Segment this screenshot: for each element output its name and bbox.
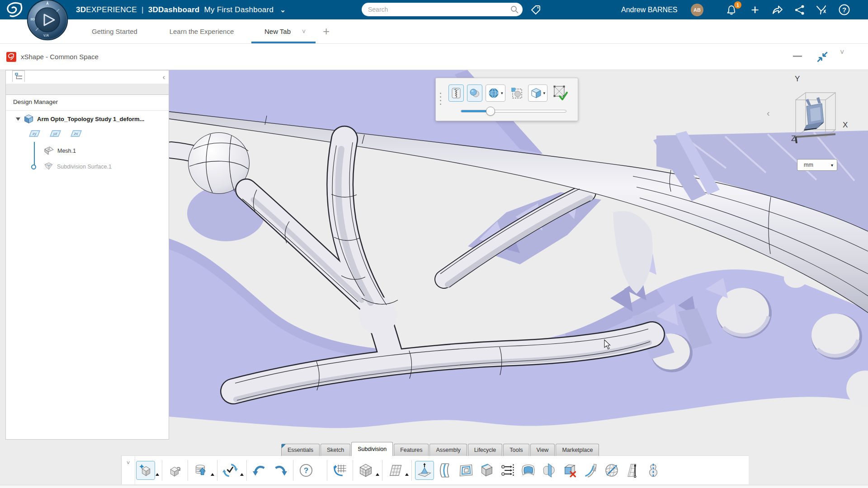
brand-separator: | [142,5,144,14]
symmetry-button[interactable] [644,461,663,480]
subdivision-surface-icon [43,161,54,172]
transform-sphere-button[interactable] [602,461,621,480]
svg-text:?: ? [304,466,308,475]
tab-new-tab[interactable]: New Tab [259,19,297,43]
tab-dropdown-icon[interactable]: ˅ [302,19,306,43]
plane-yz-icon[interactable]: yz [48,128,62,139]
platform-title: 3DEXPERIENCE | 3DDashboard My First Dash… [76,0,286,19]
context-toolbar: ▾ ▾ [435,78,578,121]
cube-mode-group[interactable]: ▾ [528,84,548,102]
tree-connector-dot[interactable] [31,164,36,169]
swym-community-icon[interactable] [811,0,832,19]
plane-primitive-flyout[interactable] [405,473,409,476]
refresh-flyout[interactable] [240,473,244,476]
view-cube-model [804,97,824,131]
top-bar: 3DEXPERIENCE | 3DDashboard My First Dash… [0,0,868,19]
open-button[interactable] [165,461,184,480]
dashboard-dropdown-icon[interactable]: ⌄ [280,6,286,14]
subdivision-level-slider[interactable] [461,110,566,113]
plane-primitive-button[interactable] [386,461,405,480]
tree-item-mesh[interactable]: Mesh.1 [44,145,76,156]
slider-thumb[interactable] [486,107,495,116]
app-name: Dashboard [158,5,200,14]
actiontab-marketplace[interactable]: Marketplace [556,444,599,456]
search-box[interactable] [362,3,523,16]
dropdown-arrow-icon[interactable]: ▾ [501,91,503,95]
tree-item-subdivision-surface[interactable]: Subdivision Surface.1 [43,161,112,172]
tree-expand-caret[interactable] [16,117,20,121]
share-icon[interactable] [767,0,788,19]
sphere-mode-group[interactable]: ▾ [486,84,505,102]
window-restore-icon[interactable] [816,51,828,63]
add-content-icon[interactable]: + [745,0,765,19]
compass-3d-label[interactable]: 3D [30,17,35,21]
axis-y-label: Y [795,75,800,84]
actiontab-essentials[interactable]: Essentials [281,444,320,456]
select-subdivision-icon[interactable] [509,84,525,102]
actiontab-view[interactable]: View [530,444,555,456]
app-window-header: xShape - Common Space ˅ [0,44,868,70]
help-button[interactable]: ? [297,461,316,480]
delete-face-button[interactable] [561,461,580,480]
search-icon[interactable] [510,5,519,14]
design-manager-panel: ‹ Design Manager Arm Opto_Topology Study… [5,70,169,440]
save-button[interactable] [191,461,210,480]
panel-collapse-icon[interactable]: ‹ [163,73,165,81]
panel-title: Design Manager [13,99,58,105]
toolbar-collapse-icon[interactable]: ˅ [122,456,135,485]
dashboard-name[interactable]: My First Dashboard [204,5,274,14]
plane-xy-icon[interactable]: xy [28,128,41,139]
search-input[interactable] [362,3,523,16]
box-primitive-flyout[interactable] [376,473,379,476]
actiontab-lifecycle[interactable]: Lifecycle [468,444,503,456]
align-nodes-button[interactable] [498,461,517,480]
dropdown-arrow-icon[interactable]: ▾ [543,91,546,95]
xshape-app-icon [6,52,16,62]
project-button[interactable] [623,461,642,480]
compass-vr-label[interactable]: V.R [43,33,49,38]
window-minimize-icon[interactable] [793,56,802,57]
actiontab-subdivision[interactable]: Subdivision [351,442,393,456]
ok-confirm-icon[interactable] [551,84,570,102]
tab-learn-the-experience[interactable]: Learn the Experience [163,19,241,43]
tag-icon[interactable] [528,0,543,19]
3dexperience-compass[interactable]: 3D V.R [27,0,68,41]
window-dropdown-icon[interactable]: ˅ [840,48,844,56]
actiontab-sketch[interactable]: Sketch [321,444,350,456]
avatar[interactable]: AB [691,4,703,16]
3d-viewport[interactable] [169,70,868,488]
design-tree-tab[interactable] [12,70,25,82]
viewcube-collapse-icon[interactable]: ‹ [767,108,770,118]
toolbar-grip-handle[interactable] [440,93,441,105]
user-name[interactable]: Andrew BARNES [621,0,678,19]
tab-getting-started[interactable]: Getting Started [87,19,142,43]
plane-zx-icon[interactable]: zx [69,128,83,139]
actiontab-features[interactable]: Features [394,444,429,456]
box-primitive-button[interactable] [356,461,375,480]
units-dropdown[interactable]: mm ▾ [797,159,837,171]
tree-root-item[interactable]: Arm Opto_Topology Study 1_deform... [16,114,144,124]
new-content-flyout[interactable] [156,473,159,476]
help-icon[interactable]: ? [834,0,854,19]
modify-button[interactable] [415,461,434,480]
insert-loop-button[interactable] [436,461,455,480]
actiontab-tools[interactable]: Tools [503,444,529,456]
collaboration-network-icon[interactable] [789,0,810,19]
save-flyout[interactable] [211,473,214,476]
extract-face-button[interactable] [519,461,538,480]
new-content-button[interactable] [136,461,155,480]
app-window-title: xShape - Common Space [21,44,99,69]
trim-body-button[interactable] [540,461,559,480]
show-duplicate-icon[interactable] [467,84,482,102]
offset-frame-button[interactable] [457,461,476,480]
zip-symmetry-icon[interactable] [448,84,464,102]
add-tab-icon[interactable]: + [323,19,330,43]
refresh-status-button[interactable] [221,461,240,480]
redo-button[interactable] [271,461,290,480]
view-cube[interactable] [790,87,843,143]
new-subdivision-button[interactable] [330,461,349,480]
actiontab-assembly[interactable]: Assembly [429,444,467,456]
match-curve-button[interactable] [581,461,600,480]
undo-button[interactable] [250,461,269,480]
bevel-button[interactable] [477,461,496,480]
